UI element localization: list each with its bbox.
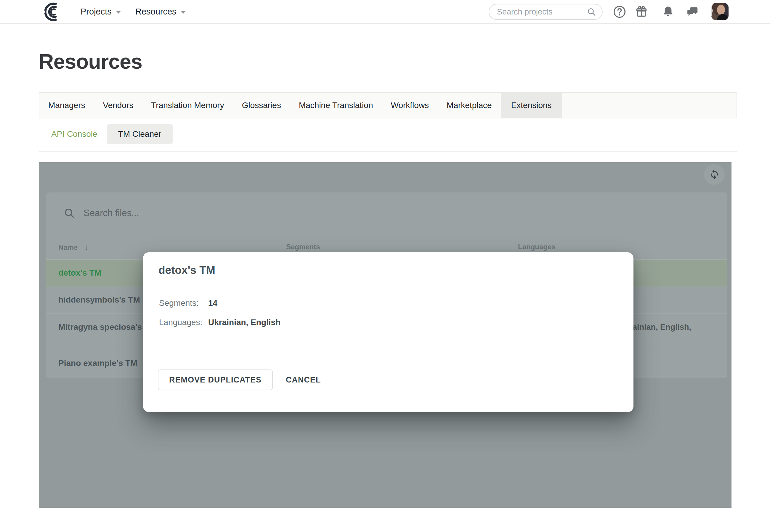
segments-label: Segments: xyxy=(159,298,199,308)
tm-details-modal: detox's TM Segments: 14 Languages: Ukrai… xyxy=(143,252,634,412)
tab-vendors[interactable]: Vendors xyxy=(94,93,142,118)
tab-glossaries[interactable]: Glossaries xyxy=(233,93,290,118)
files-search[interactable] xyxy=(46,192,727,234)
subtab-api-console[interactable]: API Console xyxy=(39,124,105,144)
page-title: Resources xyxy=(39,50,142,73)
languages-label: Languages: xyxy=(159,318,202,327)
column-header-segments[interactable]: Segments xyxy=(286,243,320,251)
chevron-down-icon xyxy=(116,11,121,14)
tab-extensions[interactable]: Extensions xyxy=(501,93,562,118)
help-icon[interactable] xyxy=(613,5,626,18)
top-navbar: Projects Resources xyxy=(0,0,770,24)
column-header-name[interactable]: Name ↓ xyxy=(58,243,88,252)
column-header-languages[interactable]: Languages xyxy=(518,243,556,251)
segments-field: Segments: 14 xyxy=(159,298,199,308)
tm-name: Mitragyna speciosa's T xyxy=(58,322,149,332)
nav-menu-resources[interactable]: Resources xyxy=(135,0,186,23)
modal-actions: REMOVE DUPLICATES CANCEL xyxy=(158,369,327,390)
cancel-button[interactable]: CANCEL xyxy=(280,375,327,385)
resources-tabbar: Managers Vendors Translation Memory Glos… xyxy=(39,92,737,118)
chevron-down-icon xyxy=(181,11,186,14)
gift-icon[interactable] xyxy=(635,5,648,18)
subtabs-divider xyxy=(39,151,737,152)
languages-value: Ukrainian, English xyxy=(208,318,280,327)
refresh-icon xyxy=(708,168,720,180)
tab-translation-memory[interactable]: Translation Memory xyxy=(142,93,233,118)
tab-managers[interactable]: Managers xyxy=(39,93,94,118)
tab-marketplace[interactable]: Marketplace xyxy=(438,93,501,118)
languages-field: Languages: Ukrainian, English xyxy=(159,318,202,327)
sort-desc-icon[interactable]: ↓ xyxy=(84,243,88,252)
files-search-input[interactable] xyxy=(83,208,727,218)
tab-workflows[interactable]: Workflows xyxy=(382,93,438,118)
tm-name: hiddensymbols's TM xyxy=(58,295,140,305)
projects-search[interactable] xyxy=(489,4,603,20)
search-icon xyxy=(63,207,75,219)
modal-title: detox's TM xyxy=(158,264,215,277)
bell-icon[interactable] xyxy=(662,5,675,18)
subtab-tm-cleaner[interactable]: TM Cleaner xyxy=(107,124,173,144)
refresh-button[interactable] xyxy=(704,164,725,185)
projects-search-input[interactable] xyxy=(489,7,587,17)
remove-duplicates-button[interactable]: REMOVE DUPLICATES xyxy=(158,369,273,390)
logo-icon[interactable] xyxy=(41,2,61,22)
tab-machine-translation[interactable]: Machine Translation xyxy=(290,93,382,118)
extensions-subtabs: API Console TM Cleaner xyxy=(39,124,173,144)
search-icon[interactable] xyxy=(587,7,596,17)
nav-menu-projects[interactable]: Projects xyxy=(81,0,121,23)
tm-name: Piano example's TM xyxy=(58,359,137,368)
user-avatar[interactable] xyxy=(711,3,729,20)
nav-menu-projects-label: Projects xyxy=(81,7,112,17)
segments-value: 14 xyxy=(208,298,217,308)
nav-menu-resources-label: Resources xyxy=(135,7,176,17)
chat-icon[interactable] xyxy=(686,5,699,18)
tm-name: detox's TM xyxy=(58,268,101,278)
